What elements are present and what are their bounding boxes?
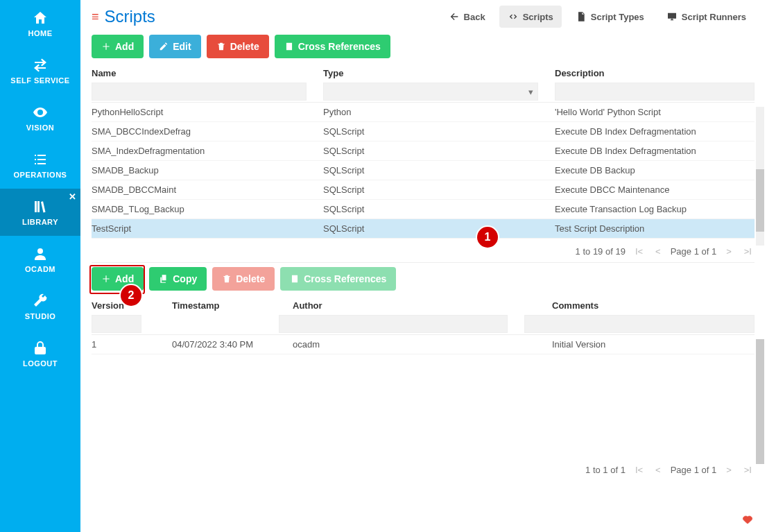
sidebar-label: VISION: [26, 123, 54, 132]
page-last-icon[interactable]: >I: [741, 246, 755, 257]
hamburger-icon[interactable]: ≡: [92, 10, 99, 24]
crossref-button[interactable]: Cross References: [275, 35, 390, 58]
sidebar-item-studio[interactable]: STUDIO: [0, 283, 80, 330]
add-button[interactable]: Add: [92, 35, 144, 58]
page-prev-icon[interactable]: <: [653, 246, 664, 257]
callout-2: 2: [121, 285, 141, 306]
btn-label: Cross References: [298, 41, 381, 52]
filter-author-input[interactable]: [279, 315, 508, 333]
cell-name: SMADB_Backup: [92, 165, 307, 175]
col-header-name[interactable]: Name: [92, 68, 307, 78]
edit-button[interactable]: Edit: [149, 35, 200, 58]
filter-comments-input[interactable]: [524, 315, 755, 333]
page-next-icon[interactable]: >: [723, 465, 734, 475]
delete-button[interactable]: Delete: [207, 35, 269, 58]
plus-icon: [101, 42, 111, 51]
list-icon: [32, 151, 49, 168]
versions-paginator: 1 to 1 of 1 I< < Page 1 of 1 > >I: [92, 459, 755, 481]
books-icon: [32, 198, 49, 215]
filter-timestamp-spacer: [158, 315, 262, 333]
btn-label: Cross References: [304, 273, 386, 284]
table-row[interactable]: 104/07/2022 3:40 PMocadmInitial Version: [92, 335, 755, 354]
page-first-icon[interactable]: I<: [632, 465, 646, 475]
pagination-range: 1 to 1 of 1: [585, 465, 626, 475]
table-row[interactable]: SMA_DBCCIndexDefragSQLScriptExecute DB I…: [92, 122, 755, 141]
pagination-range: 1 to 19 of 19: [576, 246, 626, 257]
col-header-author[interactable]: Author: [293, 300, 535, 311]
filter-name-input[interactable]: [92, 83, 307, 101]
nav-back[interactable]: Back: [440, 6, 494, 28]
filter-type-select[interactable]: ▾: [323, 83, 538, 101]
filter-version-input[interactable]: [92, 315, 141, 333]
copy-icon: [159, 274, 169, 284]
btn-label: Copy: [173, 273, 197, 284]
page-first-icon[interactable]: I<: [632, 246, 646, 257]
heartbeat-icon[interactable]: [741, 514, 755, 525]
cell-type: Python: [323, 107, 538, 117]
cell-desc: Test Script Description: [555, 223, 755, 234]
table-row[interactable]: SMADB_TLog_BackupSQLScriptExecute Transa…: [92, 200, 755, 219]
versions-crossref-button[interactable]: Cross References: [280, 267, 396, 291]
nav-label: Script Runners: [682, 12, 746, 22]
cell-name: SMA_DBCCIndexDefrag: [92, 126, 307, 137]
cell-author: ocadm: [293, 339, 535, 350]
versions-delete-button[interactable]: Delete: [212, 267, 275, 291]
sidebar-label: OCADM: [25, 265, 55, 273]
sidebar-item-operations[interactable]: OPERATIONS: [0, 141, 80, 189]
versions-scrollbar-thumb[interactable]: [756, 339, 764, 464]
btn-label: Add: [115, 273, 134, 284]
sidebar-label: STUDIO: [25, 312, 56, 320]
cell-type: SQLScript: [323, 185, 538, 195]
trash-icon: [216, 42, 226, 51]
monitor-icon: [666, 11, 678, 22]
cell-comments: Initial Version: [552, 339, 755, 350]
nav-scripts[interactable]: Scripts: [499, 6, 562, 28]
home-icon: [32, 10, 49, 26]
scripts-paginator: 1 to 19 of 19 I< < Page 1 of 1 > >I: [92, 241, 755, 263]
sidebar-item-logout[interactable]: LOGOUT: [0, 330, 80, 377]
page-last-icon[interactable]: >I: [741, 465, 755, 475]
arrow-left-icon: [449, 11, 460, 22]
sidebar-item-home[interactable]: HOME: [0, 0, 80, 47]
col-header-comments[interactable]: Comments: [552, 300, 755, 311]
sidebar-item-ocadm[interactable]: OCADM: [0, 236, 80, 283]
page-next-icon[interactable]: >: [723, 246, 734, 257]
col-header-timestamp[interactable]: Timestamp: [172, 300, 276, 311]
table-row[interactable]: TestScript1TestType1Test Script for Test…: [92, 239, 755, 241]
header-row: ≡ Scripts Back Scripts Script Types Scri…: [92, 6, 755, 28]
table-row[interactable]: SMADB_DBCCMaintSQLScriptExecute DBCC Mai…: [92, 180, 755, 200]
cell-name: TestScript: [92, 223, 307, 234]
sidebar: HOME SELF SERVICE VISION OPERATIONS ✕ LI…: [0, 0, 80, 532]
sidebar-label: OPERATIONS: [14, 171, 67, 179]
table-row[interactable]: PythonHelloScriptPython'Hello World' Pyt…: [92, 103, 755, 122]
versions-copy-button[interactable]: Copy: [149, 267, 207, 291]
close-icon[interactable]: ✕: [69, 191, 76, 202]
wrench-icon: [32, 293, 49, 309]
scripts-toolbar: Add Edit Delete Cross References: [92, 35, 755, 58]
col-header-desc[interactable]: Description: [555, 68, 755, 78]
cell-type: SQLScript: [323, 223, 538, 234]
eye-icon: [32, 104, 49, 121]
grid-scrollbar-thumb[interactable]: [756, 169, 764, 232]
nav-script-runners[interactable]: Script Runners: [658, 6, 755, 28]
filter-desc-input[interactable]: [555, 83, 755, 101]
sidebar-item-vision[interactable]: VISION: [0, 94, 80, 141]
sidebar-label: SELF SERVICE: [10, 76, 69, 85]
table-row[interactable]: SMA_IndexDefragmentationSQLScriptExecute…: [92, 141, 755, 161]
cell-type: SQLScript: [323, 146, 538, 156]
page-prev-icon[interactable]: <: [653, 465, 664, 475]
nav-label: Back: [464, 12, 485, 22]
nav-script-types[interactable]: Script Types: [567, 6, 653, 28]
col-header-type[interactable]: Type: [323, 68, 538, 78]
table-row[interactable]: SMADB_BackupSQLScriptExecute DB Backup: [92, 161, 755, 180]
table-row[interactable]: TestScriptSQLScriptTest Script Descripti…: [92, 219, 755, 239]
cell-version: 1: [92, 339, 155, 350]
top-nav: Back Scripts Script Types Script Runners: [440, 6, 755, 28]
sidebar-item-library[interactable]: ✕ LIBRARY: [0, 189, 80, 236]
pencil-icon: [159, 42, 169, 51]
sidebar-item-self-service[interactable]: SELF SERVICE: [0, 47, 80, 94]
cell-name: SMADB_TLog_Backup: [92, 204, 307, 214]
callout-1: 1: [477, 227, 498, 248]
page-title: Scripts: [105, 7, 155, 26]
trash-icon: [222, 274, 232, 284]
